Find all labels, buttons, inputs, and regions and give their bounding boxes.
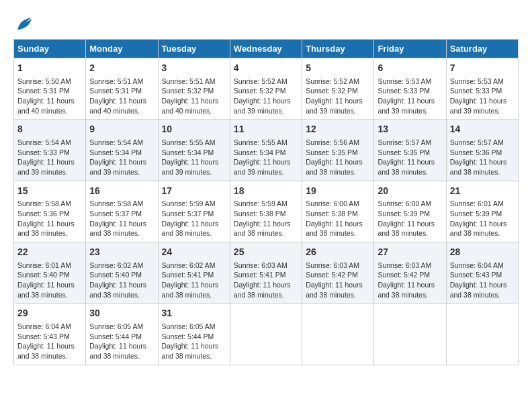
sunset-text: Sunset: 5:41 PM — [234, 270, 298, 280]
sunset-text: Sunset: 5:34 PM — [234, 148, 298, 158]
calendar-cell: 13Sunrise: 5:57 AMSunset: 5:35 PMDayligh… — [374, 120, 446, 181]
day-number: 15 — [17, 185, 82, 198]
day-number: 8 — [17, 123, 82, 136]
sunset-text: Sunset: 5:33 PM — [450, 86, 515, 96]
sunset-text: Sunset: 5:32 PM — [162, 86, 226, 96]
day-number: 29 — [17, 307, 82, 320]
sunset-text: Sunset: 5:40 PM — [89, 270, 154, 280]
sunrise-text: Sunrise: 6:01 AM — [450, 199, 515, 209]
week-row-1: 1Sunrise: 5:50 AMSunset: 5:31 PMDaylight… — [14, 58, 519, 120]
day-number: 1 — [17, 62, 82, 75]
daylight-text: Daylight: 11 hours and 39 minutes. — [234, 157, 298, 177]
sunrise-text: Sunrise: 6:05 AM — [162, 322, 226, 332]
daylight-text: Daylight: 11 hours and 40 minutes. — [162, 96, 226, 116]
sunset-text: Sunset: 5:44 PM — [89, 332, 154, 342]
calendar-cell: 26Sunrise: 6:03 AMSunset: 5:42 PMDayligh… — [302, 242, 374, 304]
col-header-sunday: Sunday — [14, 40, 86, 58]
calendar-cell: 21Sunrise: 6:01 AMSunset: 5:39 PMDayligh… — [446, 181, 518, 242]
sunset-text: Sunset: 5:34 PM — [162, 148, 226, 158]
daylight-text: Daylight: 11 hours and 39 minutes. — [306, 96, 370, 116]
day-number: 31 — [162, 307, 226, 320]
sunrise-text: Sunrise: 5:57 AM — [450, 138, 515, 148]
calendar-cell: 3Sunrise: 5:51 AMSunset: 5:32 PMDaylight… — [158, 58, 230, 120]
sunset-text: Sunset: 5:35 PM — [306, 148, 370, 158]
col-header-wednesday: Wednesday — [230, 40, 302, 58]
day-number: 9 — [89, 123, 154, 136]
sunrise-text: Sunrise: 6:04 AM — [17, 322, 82, 332]
sunrise-text: Sunrise: 5:59 AM — [234, 199, 298, 209]
calendar-cell: 4Sunrise: 5:52 AMSunset: 5:32 PMDaylight… — [230, 58, 302, 120]
sunset-text: Sunset: 5:39 PM — [450, 209, 515, 219]
calendar-cell: 22Sunrise: 6:01 AMSunset: 5:40 PMDayligh… — [14, 242, 86, 304]
daylight-text: Daylight: 11 hours and 38 minutes. — [89, 341, 154, 361]
calendar-cell: 2Sunrise: 5:51 AMSunset: 5:31 PMDaylight… — [86, 58, 158, 120]
sunrise-text: Sunrise: 6:04 AM — [450, 261, 515, 271]
day-number: 21 — [450, 185, 515, 198]
calendar-cell: 19Sunrise: 6:00 AMSunset: 5:38 PMDayligh… — [302, 181, 374, 242]
daylight-text: Daylight: 11 hours and 38 minutes. — [17, 341, 82, 361]
daylight-text: Daylight: 11 hours and 38 minutes. — [378, 280, 442, 300]
calendar-cell: 12Sunrise: 5:56 AMSunset: 5:35 PMDayligh… — [302, 120, 374, 181]
day-number: 30 — [89, 307, 154, 320]
calendar-cell: 1Sunrise: 5:50 AMSunset: 5:31 PMDaylight… — [14, 58, 86, 120]
daylight-text: Daylight: 11 hours and 38 minutes. — [306, 219, 370, 238]
day-number: 24 — [162, 246, 226, 259]
header — [13, 13, 519, 34]
sunrise-text: Sunrise: 5:53 AM — [378, 77, 442, 87]
day-number: 22 — [17, 246, 82, 259]
sunrise-text: Sunrise: 6:02 AM — [162, 261, 226, 271]
daylight-text: Daylight: 11 hours and 38 minutes. — [89, 280, 154, 300]
day-number: 10 — [162, 123, 226, 136]
sunset-text: Sunset: 5:40 PM — [17, 270, 82, 280]
sunset-text: Sunset: 5:35 PM — [378, 148, 442, 158]
daylight-text: Daylight: 11 hours and 38 minutes. — [162, 219, 226, 238]
sunrise-text: Sunrise: 5:53 AM — [450, 77, 515, 87]
col-header-friday: Friday — [374, 40, 446, 58]
sunset-text: Sunset: 5:37 PM — [89, 209, 154, 219]
week-row-3: 15Sunrise: 5:58 AMSunset: 5:36 PMDayligh… — [14, 181, 519, 242]
calendar-cell: 18Sunrise: 5:59 AMSunset: 5:38 PMDayligh… — [230, 181, 302, 242]
day-number: 19 — [306, 185, 370, 198]
daylight-text: Daylight: 11 hours and 38 minutes. — [378, 219, 442, 238]
calendar-cell: 7Sunrise: 5:53 AMSunset: 5:33 PMDaylight… — [446, 58, 518, 120]
daylight-text: Daylight: 11 hours and 38 minutes. — [89, 219, 154, 238]
daylight-text: Daylight: 11 hours and 40 minutes. — [17, 96, 82, 116]
calendar-cell: 11Sunrise: 5:55 AMSunset: 5:34 PMDayligh… — [230, 120, 302, 181]
calendar-cell: 29Sunrise: 6:04 AMSunset: 5:43 PMDayligh… — [14, 304, 86, 365]
sunset-text: Sunset: 5:37 PM — [162, 209, 226, 219]
sunrise-text: Sunrise: 5:51 AM — [89, 77, 154, 87]
daylight-text: Daylight: 11 hours and 38 minutes. — [306, 280, 370, 300]
col-header-monday: Monday — [86, 40, 158, 58]
daylight-text: Daylight: 11 hours and 38 minutes. — [162, 341, 226, 361]
sunset-text: Sunset: 5:41 PM — [162, 270, 226, 280]
sunset-text: Sunset: 5:39 PM — [378, 209, 442, 219]
logo — [13, 13, 36, 34]
col-header-saturday: Saturday — [446, 40, 518, 58]
sunrise-text: Sunrise: 5:58 AM — [17, 199, 82, 209]
calendar-cell: 16Sunrise: 5:58 AMSunset: 5:37 PMDayligh… — [86, 181, 158, 242]
sunrise-text: Sunrise: 5:54 AM — [89, 138, 154, 148]
day-number: 27 — [378, 246, 442, 259]
calendar-cell: 25Sunrise: 6:03 AMSunset: 5:41 PMDayligh… — [230, 242, 302, 304]
sunrise-text: Sunrise: 5:50 AM — [17, 77, 82, 87]
daylight-text: Daylight: 11 hours and 38 minutes. — [450, 219, 515, 238]
day-number: 18 — [234, 185, 298, 198]
day-number: 14 — [450, 123, 515, 136]
sunrise-text: Sunrise: 6:01 AM — [17, 261, 82, 271]
day-number: 13 — [378, 123, 442, 136]
calendar-cell: 20Sunrise: 6:00 AMSunset: 5:39 PMDayligh… — [374, 181, 446, 242]
day-number: 5 — [306, 62, 370, 75]
day-number: 12 — [306, 123, 370, 136]
daylight-text: Daylight: 11 hours and 39 minutes. — [378, 96, 442, 116]
sunset-text: Sunset: 5:42 PM — [378, 270, 442, 280]
day-number: 26 — [306, 246, 370, 259]
sunrise-text: Sunrise: 6:00 AM — [306, 199, 370, 209]
day-number: 6 — [378, 62, 442, 75]
sunset-text: Sunset: 5:34 PM — [89, 148, 154, 158]
calendar-cell: 9Sunrise: 5:54 AMSunset: 5:34 PMDaylight… — [86, 120, 158, 181]
sunrise-text: Sunrise: 5:54 AM — [17, 138, 82, 148]
sunrise-text: Sunrise: 6:03 AM — [306, 261, 370, 271]
col-header-tuesday: Tuesday — [158, 40, 230, 58]
day-number: 4 — [234, 62, 298, 75]
sunrise-text: Sunrise: 5:56 AM — [306, 138, 370, 148]
